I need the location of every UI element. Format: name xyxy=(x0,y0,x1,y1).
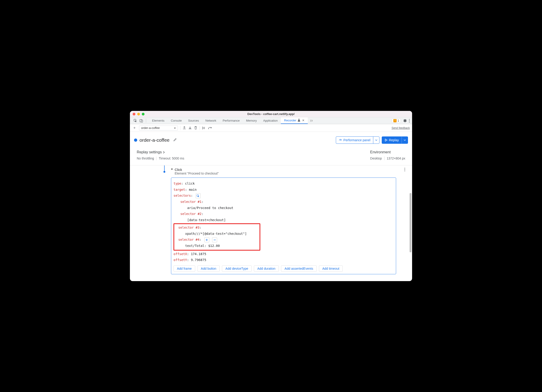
inspect-element-icon[interactable] xyxy=(134,119,137,123)
gauge-icon xyxy=(339,139,342,142)
prop-value[interactable]: click xyxy=(185,182,195,185)
tab-application[interactable]: Application xyxy=(260,117,281,124)
close-window-button[interactable] xyxy=(133,113,136,115)
minimize-window-button[interactable] xyxy=(137,113,140,115)
export-icon[interactable] xyxy=(183,126,186,130)
prop-key: selector #1 xyxy=(180,200,202,204)
send-feedback-link[interactable]: Send feedback xyxy=(391,126,410,130)
prop-value[interactable]: main xyxy=(189,188,197,191)
prop-key: target xyxy=(173,188,185,191)
svg-point-6 xyxy=(208,129,209,129)
device-value: Desktop xyxy=(370,156,382,160)
recording-name: order-a-coffee xyxy=(141,126,160,130)
timeout-value: Timeout: 5000 ms xyxy=(159,156,184,160)
pick-selector-icon[interactable] xyxy=(196,193,201,198)
play-icon xyxy=(385,139,387,141)
delete-icon[interactable] xyxy=(194,126,197,130)
svg-point-10 xyxy=(404,171,405,171)
step-menu-icon[interactable] xyxy=(404,168,405,172)
tab-label: Application xyxy=(263,119,278,122)
separator xyxy=(146,119,146,123)
prop-key: offsetY xyxy=(173,258,187,262)
svg-point-3 xyxy=(409,119,410,120)
separator xyxy=(384,156,385,160)
window-controls xyxy=(133,113,145,115)
edit-title-icon[interactable] xyxy=(173,138,177,142)
tab-label: Console xyxy=(171,119,182,122)
window-title: DevTools - coffee-cart.netlify.app/ xyxy=(130,112,412,116)
step-subtitle: Element "Proceed to checkout" xyxy=(175,172,219,175)
warning-icon: ! xyxy=(393,119,396,122)
scrollbar[interactable] xyxy=(410,193,412,252)
step-play-icon[interactable] xyxy=(202,126,206,130)
step-detail-panel: type: click target: main selectors: sele… xyxy=(171,177,396,274)
prop-value[interactable]: 9.796875 xyxy=(191,258,206,262)
separator xyxy=(180,126,180,130)
recording-status-dot xyxy=(134,139,137,142)
new-recording-button[interactable]: ＋ xyxy=(132,125,137,130)
more-tabs-icon[interactable] xyxy=(308,117,315,124)
environment-title: Environment xyxy=(370,150,405,154)
add-duration-button[interactable]: Add duration xyxy=(254,265,279,272)
device-toggle-icon[interactable] xyxy=(140,119,143,123)
selector-value[interactable]: [data-test=checkout] xyxy=(173,217,394,223)
devtools-tabs: Elements Console Sources Network Perform… xyxy=(130,117,412,124)
more-menu-icon[interactable] xyxy=(409,119,410,123)
highlighted-selectors: selector #3: xpath///*[@data-test="check… xyxy=(173,223,260,250)
tab-network[interactable]: Network xyxy=(202,117,220,124)
perf-dropdown-caret[interactable] xyxy=(373,137,379,144)
timeline-dot xyxy=(163,171,165,173)
tab-label: Elements xyxy=(152,119,164,122)
issues-badge[interactable]: ! 1 xyxy=(392,119,401,123)
add-frame-button[interactable]: Add frame xyxy=(173,265,195,272)
add-selector-button[interactable] xyxy=(204,237,209,242)
prop-value[interactable]: 174.1875 xyxy=(191,252,206,256)
issues-count: 1 xyxy=(397,119,399,122)
tab-recorder[interactable]: Recorder ✕ xyxy=(281,117,308,124)
separator xyxy=(200,126,200,130)
svg-rect-2 xyxy=(141,120,143,122)
recorder-header: order-a-coffee Performance panel Replay xyxy=(130,132,412,148)
devtools-window: DevTools - coffee-cart.netlify.app/ Elem… xyxy=(130,111,412,281)
performance-panel-button[interactable]: Performance panel xyxy=(336,136,379,144)
replay-settings-title[interactable]: Replay settings xyxy=(137,150,184,154)
add-timeout-button[interactable]: Add timeout xyxy=(319,265,343,272)
heading-label: Replay settings xyxy=(137,150,162,154)
recording-title: order-a-coffee xyxy=(140,137,170,143)
add-devicetype-button[interactable]: Add deviceType xyxy=(222,265,252,272)
svg-point-8 xyxy=(404,168,405,169)
recorder-toolbar: ＋ order-a-coffee Send feedback xyxy=(130,124,412,132)
prop-key: selector #2 xyxy=(180,212,202,216)
close-tab-icon[interactable]: ✕ xyxy=(302,119,304,122)
replay-button[interactable]: Replay xyxy=(382,136,408,144)
separator xyxy=(156,156,156,160)
add-button-button[interactable]: Add button xyxy=(197,265,220,272)
svg-point-5 xyxy=(409,122,410,122)
step-title: Click xyxy=(175,168,219,172)
maximize-window-button[interactable] xyxy=(142,113,145,115)
tab-memory[interactable]: Memory xyxy=(243,117,260,124)
svg-point-4 xyxy=(409,120,410,121)
dimensions-value: 1372×804 px xyxy=(387,156,405,160)
tab-console[interactable]: Console xyxy=(168,117,185,124)
tab-elements[interactable]: Elements xyxy=(149,117,168,124)
add-assertedevents-button[interactable]: Add assertedEvents xyxy=(281,265,316,272)
tab-performance[interactable]: Performance xyxy=(219,117,243,124)
selector-value[interactable]: aria/Proceed to checkout xyxy=(173,205,394,211)
button-label: Performance panel xyxy=(343,138,370,142)
tab-sources[interactable]: Sources xyxy=(185,117,202,124)
step-over-icon[interactable] xyxy=(208,127,212,129)
throttling-value: No throttling xyxy=(137,156,154,160)
tab-label: Network xyxy=(206,119,217,122)
selector-value[interactable]: text/Total: $12.00 xyxy=(175,243,259,249)
selector-value[interactable]: xpath///*[@data-test="checkout"] xyxy=(175,231,259,237)
step-header[interactable]: Click Element "Proceed to checkout" xyxy=(171,166,396,177)
replay-dropdown-caret[interactable] xyxy=(401,137,408,144)
titlebar: DevTools - coffee-cart.netlify.app/ xyxy=(130,111,412,117)
remove-selector-button[interactable] xyxy=(212,237,217,242)
recording-select[interactable]: order-a-coffee xyxy=(139,125,178,130)
svg-point-9 xyxy=(404,169,405,170)
prop-key: offsetX xyxy=(173,252,187,256)
settings-gear-icon[interactable] xyxy=(403,119,406,123)
import-icon[interactable] xyxy=(188,126,192,130)
